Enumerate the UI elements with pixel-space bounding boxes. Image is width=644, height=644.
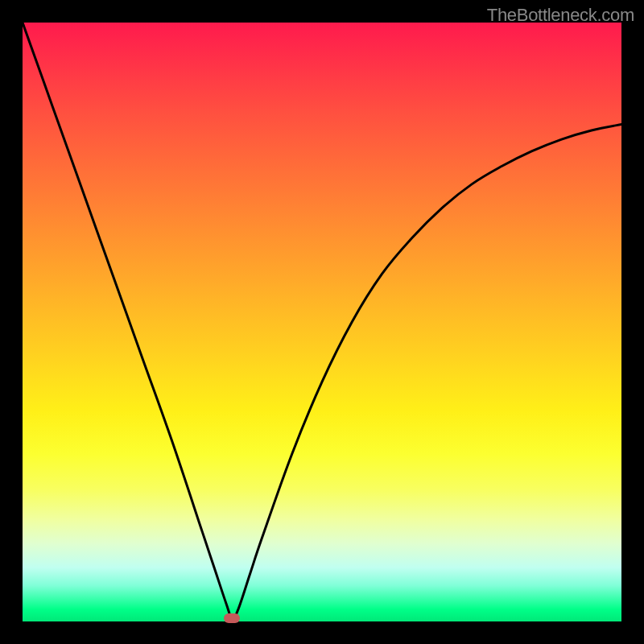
minimum-marker	[224, 613, 240, 623]
watermark-text: TheBottleneck.com	[487, 5, 634, 26]
chart-curve-layer	[23, 23, 621, 621]
bottleneck-curve	[23, 23, 621, 619]
chart-plot-area	[23, 23, 621, 621]
